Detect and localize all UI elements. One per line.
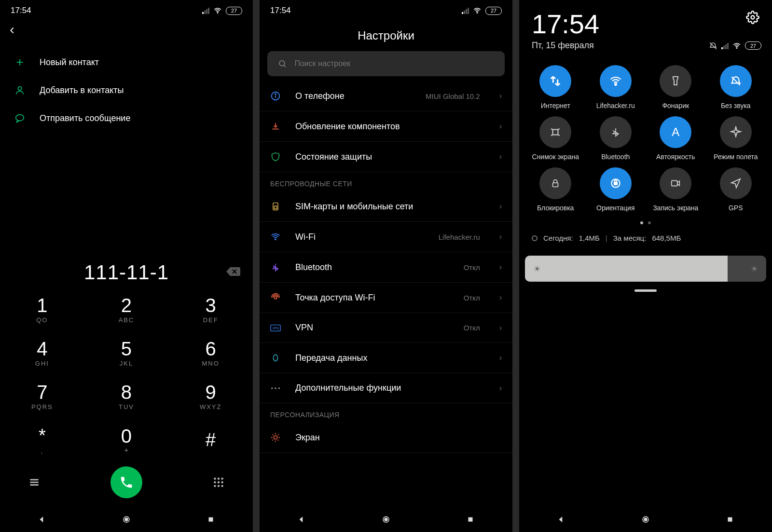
airplane-icon xyxy=(720,116,752,148)
row-update[interactable]: Обновление компонентов › xyxy=(260,111,512,142)
gear-icon[interactable] xyxy=(746,11,759,24)
svg-point-17 xyxy=(218,485,220,487)
key-5[interactable]: 5JKL xyxy=(84,331,169,375)
nav-home-icon[interactable] xyxy=(122,515,131,524)
send-message-row[interactable]: Отправить сообщение xyxy=(0,104,253,132)
key-6[interactable]: 6MNO xyxy=(168,331,253,375)
tile-internet[interactable]: Интернет xyxy=(528,65,583,109)
qs-header: 17:54 xyxy=(519,0,772,40)
key-hash[interactable]: # xyxy=(168,418,253,462)
info-icon xyxy=(270,91,281,101)
svg-point-14 xyxy=(218,481,220,483)
call-button[interactable] xyxy=(110,466,142,498)
tile-wifi[interactable]: Lifehacker.ru xyxy=(588,65,644,109)
section-personal: ПЕРСОНАЛИЗАЦИЯ xyxy=(260,403,512,423)
row-more[interactable]: Дополнительные функции › xyxy=(260,373,512,403)
nav-back-icon[interactable] xyxy=(297,515,306,524)
tile-lock[interactable]: Блокировка xyxy=(528,167,583,212)
row-display[interactable]: Экран xyxy=(260,423,512,453)
keypad: 1QO 2ABC 3DEF 4GHI 5JKL 6MNO 7PQRS 8TUV … xyxy=(0,288,253,462)
status-time: 17:54 xyxy=(11,6,31,15)
add-contact-row[interactable]: Добавить в контакты xyxy=(0,76,253,104)
svg-point-44 xyxy=(615,83,617,85)
phone-dialer: 17:54 27 Новый контакт Добавить в контак… xyxy=(0,0,253,532)
svg-point-39 xyxy=(384,518,388,521)
row-wifi[interactable]: Wi-Fi Lifehacker.ru › xyxy=(260,222,512,252)
usage-today-label: Сегодня: xyxy=(543,234,573,242)
tile-screenshot[interactable]: Снимок экрана xyxy=(528,116,583,161)
key-3[interactable]: 3DEF xyxy=(168,288,253,331)
nav-back-icon[interactable] xyxy=(557,515,565,524)
new-contact-row[interactable]: Новый контакт xyxy=(0,48,253,76)
key-0[interactable]: 0+ xyxy=(84,418,169,462)
phone-quick-settings: 17:54 Пт, 15 февраля 27 Интернет Lifehac… xyxy=(519,0,772,532)
location-icon xyxy=(720,167,752,199)
key-9[interactable]: 9WXYZ xyxy=(168,375,253,418)
nav-bar xyxy=(519,507,772,532)
svg-point-35 xyxy=(275,387,276,389)
svg-point-34 xyxy=(271,387,273,389)
menu-icon[interactable] xyxy=(27,475,41,490)
dialpad-toggle-icon[interactable] xyxy=(211,475,226,490)
row-about-phone[interactable]: О телефоне MIUI Global 10.2 › xyxy=(260,81,512,111)
svg-point-27 xyxy=(275,94,276,95)
tile-gps[interactable]: GPS xyxy=(708,167,764,212)
tile-bluetooth[interactable]: Bluetooth xyxy=(588,116,644,161)
nav-home-icon[interactable] xyxy=(641,515,650,524)
svg-point-36 xyxy=(278,387,280,389)
shield-icon xyxy=(270,151,281,162)
row-bluetooth[interactable]: Bluetooth Откл › xyxy=(260,252,512,283)
search-icon xyxy=(278,59,287,68)
section-wireless: БЕСПРОВОДНЫЕ СЕТИ xyxy=(260,172,512,191)
back-row xyxy=(0,19,253,43)
row-data[interactable]: Передача данных › xyxy=(260,343,512,373)
svg-line-24 xyxy=(284,65,286,67)
svg-rect-46 xyxy=(553,130,558,135)
svg-text:VPN: VPN xyxy=(272,326,279,329)
nav-back-icon[interactable] xyxy=(38,515,46,524)
search-box[interactable] xyxy=(267,51,505,76)
search-input[interactable] xyxy=(294,59,494,68)
back-icon[interactable] xyxy=(7,25,17,36)
key-4[interactable]: 4GHI xyxy=(0,331,84,375)
row-security-status[interactable]: Состояние защиты › xyxy=(260,142,512,172)
lock-icon xyxy=(539,167,571,199)
key-1[interactable]: 1QO xyxy=(0,288,84,331)
signal-icon xyxy=(202,7,209,14)
usage-month-label: За месяц: xyxy=(613,234,647,242)
data-usage[interactable]: Сегодня: 1,4МБ | За месяц: 648,5МБ xyxy=(519,229,772,247)
qs-date: Пт, 15 февраля xyxy=(532,41,594,51)
display-icon xyxy=(270,432,281,443)
tile-silent[interactable]: Без звука xyxy=(708,65,764,109)
tile-airplane[interactable]: Режим полета xyxy=(708,116,764,161)
tile-orientation[interactable]: Ориентация xyxy=(588,167,644,212)
key-star[interactable]: *, xyxy=(0,418,84,462)
row-hotspot[interactable]: Точка доступа Wi-Fi Откл › xyxy=(260,283,512,313)
bluetooth-icon xyxy=(270,262,281,273)
row-vpn[interactable]: VPN VPN Откл › xyxy=(260,313,512,343)
settings-list: О телефоне MIUI Global 10.2 › Обновление… xyxy=(260,81,512,507)
tile-flashlight[interactable]: Фонарик xyxy=(648,65,703,109)
tile-screen-record[interactable]: Запись экрана xyxy=(648,167,703,212)
brightness-slider[interactable]: ☀ ☀ xyxy=(525,256,766,282)
key-2[interactable]: 2ABC xyxy=(84,288,169,331)
chevron-right-icon: › xyxy=(499,152,502,161)
svg-rect-50 xyxy=(672,181,677,186)
tile-autobrightness[interactable]: AАвтояркость xyxy=(648,116,703,161)
nav-recent-icon[interactable] xyxy=(207,515,215,524)
nav-recent-icon[interactable] xyxy=(726,515,734,524)
rotation-lock-icon xyxy=(600,167,632,199)
key-7[interactable]: 7PQRS xyxy=(0,375,84,418)
more-icon xyxy=(270,386,281,390)
backspace-button[interactable] xyxy=(226,266,240,279)
nav-bar xyxy=(0,507,253,532)
status-bar: 17:54 27 xyxy=(260,0,512,19)
row-sim[interactable]: SIM-карты и мобильные сети › xyxy=(260,191,512,222)
key-8[interactable]: 8TUV xyxy=(84,375,169,418)
dial-number-row: 111-11-1 xyxy=(0,250,253,288)
battery-icon: 27 xyxy=(226,7,242,15)
qs-date-row: Пт, 15 февраля 27 xyxy=(519,40,772,56)
nav-home-icon[interactable] xyxy=(382,515,390,524)
nav-recent-icon[interactable] xyxy=(466,515,475,524)
battery-icon: 27 xyxy=(485,7,502,15)
